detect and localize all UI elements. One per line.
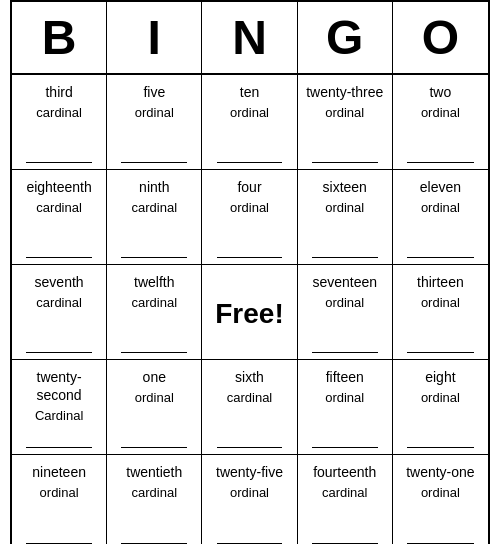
cell-number: thirteen xyxy=(417,273,464,291)
bingo-cell: twentiethcardinal xyxy=(107,455,202,544)
bingo-header: BINGO xyxy=(12,2,488,75)
bingo-cell: ninthcardinal xyxy=(107,170,202,265)
bingo-cell: oneordinal xyxy=(107,360,202,455)
cell-underline xyxy=(217,447,283,448)
cell-underline xyxy=(312,447,378,448)
cell-underline xyxy=(312,352,378,353)
cell-number: eighteenth xyxy=(26,178,91,196)
cell-underline xyxy=(121,162,187,163)
free-space-label: Free! xyxy=(215,298,283,330)
cell-type: ordinal xyxy=(135,390,174,405)
bingo-cell: twenty-oneordinal xyxy=(393,455,488,544)
cell-underline xyxy=(407,162,474,163)
bingo-grid: thirdcardinalfiveordinaltenordinaltwenty… xyxy=(12,75,488,544)
bingo-cell: sixteenordinal xyxy=(298,170,393,265)
cell-underline xyxy=(26,257,92,258)
cell-number: sixth xyxy=(235,368,264,386)
bingo-cell: seventhcardinal xyxy=(12,265,107,360)
cell-number: five xyxy=(143,83,165,101)
cell-type: ordinal xyxy=(40,485,79,500)
cell-type: ordinal xyxy=(325,295,364,310)
cell-number: twenty-one xyxy=(406,463,474,481)
cell-number: one xyxy=(143,368,166,386)
bingo-cell: twenty-secondCardinal xyxy=(12,360,107,455)
cell-number: two xyxy=(429,83,451,101)
cell-underline xyxy=(312,257,378,258)
cell-type: cardinal xyxy=(132,200,178,215)
cell-number: fifteen xyxy=(326,368,364,386)
cell-type: ordinal xyxy=(421,200,460,215)
cell-number: eleven xyxy=(420,178,461,196)
cell-type: ordinal xyxy=(421,105,460,120)
cell-underline xyxy=(217,162,283,163)
cell-number: nineteen xyxy=(32,463,86,481)
cell-number: sixteen xyxy=(323,178,367,196)
cell-underline xyxy=(26,447,92,448)
cell-number: twelfth xyxy=(134,273,174,291)
bingo-cell: eightordinal xyxy=(393,360,488,455)
cell-type: ordinal xyxy=(325,105,364,120)
header-letter: I xyxy=(107,2,202,73)
bingo-cell: thirteenordinal xyxy=(393,265,488,360)
bingo-cell: fiveordinal xyxy=(107,75,202,170)
cell-type: cardinal xyxy=(132,295,178,310)
cell-type: ordinal xyxy=(421,485,460,500)
bingo-cell: Free! xyxy=(202,265,297,360)
cell-underline xyxy=(312,162,378,163)
cell-type: cardinal xyxy=(132,485,178,500)
cell-type: Cardinal xyxy=(35,408,83,423)
cell-number: twenty-five xyxy=(216,463,283,481)
cell-type: ordinal xyxy=(135,105,174,120)
cell-type: ordinal xyxy=(230,200,269,215)
cell-number: twenty-second xyxy=(16,368,102,404)
cell-underline xyxy=(26,162,92,163)
cell-number: ninth xyxy=(139,178,169,196)
cell-number: third xyxy=(45,83,72,101)
cell-underline xyxy=(407,352,474,353)
bingo-cell: thirdcardinal xyxy=(12,75,107,170)
bingo-cell: twenty-threeordinal xyxy=(298,75,393,170)
cell-underline xyxy=(121,447,187,448)
header-letter: G xyxy=(298,2,393,73)
bingo-cell: fourordinal xyxy=(202,170,297,265)
cell-type: ordinal xyxy=(421,390,460,405)
bingo-card: BINGO thirdcardinalfiveordinaltenordinal… xyxy=(10,0,490,544)
cell-type: ordinal xyxy=(230,105,269,120)
bingo-cell: elevenordinal xyxy=(393,170,488,265)
cell-type: ordinal xyxy=(325,200,364,215)
bingo-cell: twoordinal xyxy=(393,75,488,170)
cell-number: ten xyxy=(240,83,259,101)
bingo-cell: fourteenthcardinal xyxy=(298,455,393,544)
cell-type: cardinal xyxy=(36,105,82,120)
cell-type: cardinal xyxy=(36,295,82,310)
header-letter: O xyxy=(393,2,488,73)
cell-number: four xyxy=(237,178,261,196)
cell-underline xyxy=(407,447,474,448)
cell-number: seventeen xyxy=(312,273,377,291)
cell-type: cardinal xyxy=(227,390,273,405)
bingo-cell: tenordinal xyxy=(202,75,297,170)
cell-type: cardinal xyxy=(322,485,368,500)
cell-type: ordinal xyxy=(421,295,460,310)
cell-type: ordinal xyxy=(325,390,364,405)
cell-underline xyxy=(407,257,474,258)
cell-number: twentieth xyxy=(126,463,182,481)
header-letter: N xyxy=(202,2,297,73)
cell-number: eight xyxy=(425,368,455,386)
bingo-cell: eighteenthcardinal xyxy=(12,170,107,265)
cell-underline xyxy=(121,352,187,353)
cell-number: fourteenth xyxy=(313,463,376,481)
bingo-cell: nineteenordinal xyxy=(12,455,107,544)
cell-underline xyxy=(26,352,92,353)
bingo-cell: fifteenordinal xyxy=(298,360,393,455)
cell-type: cardinal xyxy=(36,200,82,215)
cell-number: seventh xyxy=(35,273,84,291)
cell-underline xyxy=(121,257,187,258)
bingo-cell: twelfthcardinal xyxy=(107,265,202,360)
cell-underline xyxy=(217,257,283,258)
header-letter: B xyxy=(12,2,107,73)
bingo-cell: seventeenordinal xyxy=(298,265,393,360)
bingo-cell: sixthcardinal xyxy=(202,360,297,455)
cell-number: twenty-three xyxy=(306,83,383,101)
bingo-cell: twenty-fiveordinal xyxy=(202,455,297,544)
